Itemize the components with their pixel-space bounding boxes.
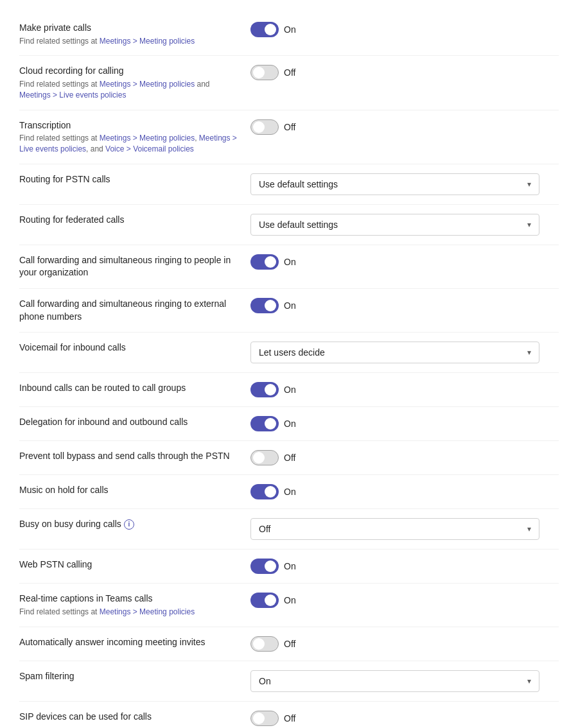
toggle-call-forwarding-external[interactable] [250,298,279,313]
label-transcription: Transcription [19,119,238,132]
sublabel-link[interactable]: Meetings > Meeting policies [100,80,195,89]
control-col-spam-filtering: On▾ [250,670,559,692]
toggle-call-forwarding-org[interactable] [250,254,279,270]
label-call-forwarding-external: Call forwarding and simultaneous ringing… [19,298,238,323]
toggle-wrapper-music-on-hold: On [250,484,296,499]
dropdown-value-busy-on-busy: Off [259,524,270,534]
toggle-inbound-call-groups[interactable] [250,382,279,397]
toggle-wrapper-cloud-recording: Off [250,65,295,80]
settings-list: Make private callsFind related settings … [19,13,559,728]
label-col-call-forwarding-external: Call forwarding and simultaneous ringing… [19,298,250,323]
label-prevent-toll-bypass: Prevent toll bypass and send calls throu… [19,450,238,463]
dropdown-routing-federated[interactable]: Use default settings▾ [250,214,539,236]
label-spam-filtering: Spam filtering [19,670,238,683]
setting-row-inbound-call-groups: Inbound calls can be routed to call grou… [19,373,559,407]
toggle-wrapper-call-forwarding-org: On [250,254,296,270]
toggle-knob-web-pstn [265,560,276,572]
info-icon-busy-on-busy[interactable]: i [124,519,134,530]
label-col-cloud-recording: Cloud recording for callingFind related … [19,65,250,100]
toggle-wrapper-sip-devices: Off [250,711,295,726]
setting-row-busy-on-busy: Busy on busy during callsiOff▾ [19,509,559,550]
label-busy-on-busy: Busy on busy during callsi [19,518,238,531]
label-col-routing-federated: Routing for federated calls [19,214,250,227]
toggle-cloud-recording[interactable] [250,65,279,80]
toggle-make-private-calls[interactable] [250,22,279,37]
toggle-wrapper-delegation-inbound-outbound: On [250,416,296,431]
label-inbound-call-groups: Inbound calls can be routed to call grou… [19,382,238,395]
label-delegation-inbound-outbound: Delegation for inbound and outbound call… [19,416,238,429]
dropdown-value-routing-pstn: Use default settings [259,179,338,189]
dropdown-arrow-voicemail-inbound: ▾ [527,348,531,357]
label-voicemail-inbound: Voicemail for inbound calls [19,342,238,354]
toggle-transcription[interactable] [250,119,279,135]
toggle-label-music-on-hold: On [284,487,296,497]
label-cloud-recording: Cloud recording for calling [19,65,238,78]
control-col-call-forwarding-external: On [250,298,559,313]
setting-row-call-forwarding-external: Call forwarding and simultaneous ringing… [19,289,559,333]
control-col-routing-pstn: Use default settings▾ [250,173,559,195]
toggle-knob-auto-answer-invites [253,638,265,650]
setting-row-voicemail-inbound: Voicemail for inbound callsLet users dec… [19,333,559,373]
toggle-sip-devices[interactable] [250,711,279,726]
control-col-voicemail-inbound: Let users decide▾ [250,342,559,363]
sublabel-link[interactable]: Meetings > Meeting policies [100,134,195,143]
control-col-realtime-captions: On [250,593,559,608]
label-col-spam-filtering: Spam filtering [19,670,250,683]
control-col-cloud-recording: Off [250,65,559,80]
dropdown-spam-filtering[interactable]: On▾ [250,670,539,692]
toggle-label-delegation-inbound-outbound: On [284,419,296,429]
toggle-auto-answer-invites[interactable] [250,636,279,652]
dropdown-arrow-spam-filtering: ▾ [527,677,531,686]
toggle-wrapper-realtime-captions: On [250,593,296,608]
toggle-label-make-private-calls: On [284,24,296,35]
toggle-knob-delegation-inbound-outbound [265,418,276,429]
sublabel-link[interactable]: Meetings > Meeting policies [100,607,195,616]
control-col-routing-federated: Use default settings▾ [250,214,559,236]
setting-row-transcription: TranscriptionFind related settings at Me… [19,110,559,164]
label-routing-pstn: Routing for PSTN calls [19,173,238,186]
sublabel-make-private-calls: Find related settings at Meetings > Meet… [19,36,238,47]
toggle-knob-transcription [253,121,265,133]
label-col-call-forwarding-org: Call forwarding and simultaneous ringing… [19,254,250,279]
label-col-voicemail-inbound: Voicemail for inbound calls [19,342,250,354]
setting-row-make-private-calls: Make private callsFind related settings … [19,13,559,56]
setting-row-music-on-hold: Music on hold for callsOn [19,475,559,509]
control-col-inbound-call-groups: On [250,382,559,397]
dropdown-routing-pstn[interactable]: Use default settings▾ [250,173,539,195]
toggle-prevent-toll-bypass[interactable] [250,450,279,465]
label-col-music-on-hold: Music on hold for calls [19,484,250,497]
sublabel-link[interactable]: Meetings > Live events policies [19,91,126,100]
toggle-label-prevent-toll-bypass: Off [284,453,295,463]
label-col-prevent-toll-bypass: Prevent toll bypass and send calls throu… [19,450,250,463]
toggle-wrapper-make-private-calls: On [250,22,296,37]
toggle-music-on-hold[interactable] [250,484,279,499]
label-music-on-hold: Music on hold for calls [19,484,238,497]
toggle-knob-realtime-captions [265,594,276,606]
sublabel-cloud-recording: Find related settings at Meetings > Meet… [19,79,238,101]
toggle-label-realtime-captions: On [284,595,296,605]
toggle-wrapper-prevent-toll-bypass: Off [250,450,295,465]
label-col-auto-answer-invites: Automatically answer incoming meeting in… [19,636,250,649]
control-col-prevent-toll-bypass: Off [250,450,559,465]
dropdown-voicemail-inbound[interactable]: Let users decide▾ [250,342,539,363]
toggle-delegation-inbound-outbound[interactable] [250,416,279,431]
toggle-realtime-captions[interactable] [250,593,279,608]
toggle-wrapper-transcription: Off [250,119,295,135]
dropdown-busy-on-busy[interactable]: Off▾ [250,518,539,540]
toggle-web-pstn[interactable] [250,559,279,574]
sublabel-link[interactable]: Meetings > Meeting policies [100,37,195,46]
control-col-make-private-calls: On [250,22,559,37]
dropdown-arrow-busy-on-busy: ▾ [527,524,531,533]
setting-row-routing-pstn: Routing for PSTN callsUse default settin… [19,164,559,205]
setting-row-routing-federated: Routing for federated callsUse default s… [19,205,559,245]
toggle-knob-call-forwarding-external [265,300,276,311]
setting-row-realtime-captions: Real-time captions in Teams callsFind re… [19,584,559,627]
control-col-sip-devices: Off [250,711,559,726]
setting-row-auto-answer-invites: Automatically answer incoming meeting in… [19,627,559,661]
label-col-routing-pstn: Routing for PSTN calls [19,173,250,186]
sublabel-link[interactable]: Voice > Voicemail policies [105,144,194,153]
dropdown-value-routing-federated: Use default settings [259,220,338,230]
label-auto-answer-invites: Automatically answer incoming meeting in… [19,636,238,649]
toggle-wrapper-call-forwarding-external: On [250,298,296,313]
toggle-knob-cloud-recording [253,67,265,78]
